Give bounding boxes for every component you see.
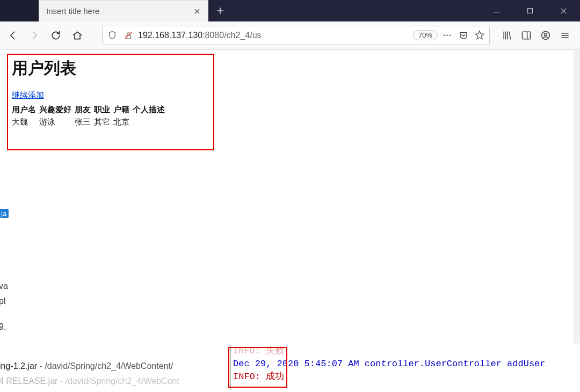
ide-jar-name: 4 RELEASE.jar (0, 376, 57, 386)
console-line: INFO: 成功 (233, 371, 579, 383)
ide-bottom-left-fragment: ing-1.2.jar - /david/Spring/ch2_4/WebCon… (0, 359, 230, 389)
bookmark-star-icon[interactable] (473, 29, 486, 42)
url-host: 192.168.137.130 (138, 31, 202, 40)
cell-friend: 张三 (75, 116, 94, 128)
back-button[interactable] (3, 26, 23, 45)
ide-console: INFO: 失败 Dec 29, 2020 5:45:07 AM control… (230, 345, 579, 390)
menu-icon[interactable] (555, 26, 575, 45)
url-path: :8080/ch2_4/us (202, 31, 261, 40)
close-tab-icon[interactable]: × (194, 6, 200, 17)
col-username: 用户名 (12, 104, 39, 116)
console-line: Dec 29, 2020 5:45:07 AM controller.UserC… (233, 358, 579, 371)
browser-tab-bar: Insert title here × + (0, 0, 580, 21)
cell-job: 其它 (94, 116, 113, 128)
minimize-button[interactable] (480, 0, 513, 21)
account-icon[interactable] (536, 26, 555, 45)
insecure-lock-icon[interactable] (122, 29, 135, 42)
ide-jar-path: - /david/Spring/ch2_4/WebCont (57, 376, 179, 386)
ide-left-line: va (0, 281, 15, 291)
forward-button[interactable] (25, 26, 44, 45)
tab-title: Insert title here (46, 6, 99, 16)
continue-add-link[interactable]: 继续添加 (12, 90, 44, 100)
home-button[interactable] (68, 26, 87, 45)
url-bar[interactable]: 192.168.137.130:8080/ch2_4/us 70% ··· (102, 26, 490, 45)
zoom-level-badge[interactable]: 70% (413, 30, 438, 40)
ide-badge: ja (0, 209, 9, 218)
tab-bar-spacer (0, 0, 39, 21)
ide-left-line: 9. (0, 322, 15, 332)
maximize-button[interactable] (513, 0, 547, 21)
col-description: 个人描述 (133, 104, 168, 116)
library-icon[interactable] (497, 26, 517, 45)
cell-hobby: 游泳 (39, 116, 75, 128)
table-row: 大魏 游泳 张三 其它 北京 (12, 116, 168, 128)
svg-rect-6 (523, 32, 531, 39)
page-title: 用户列表 (12, 57, 567, 79)
cell-description (133, 116, 168, 128)
toolbar-right-icons (497, 26, 575, 45)
ide-jar-path: - /david/Spring/ch2_4/WebContent/ (37, 361, 173, 371)
shield-icon[interactable] (106, 29, 119, 42)
page-actions-icon[interactable]: ··· (441, 29, 454, 42)
ide-jar-name: ing-1.2.jar (0, 361, 37, 371)
cell-residence: 北京 (113, 116, 133, 128)
close-window-button[interactable] (547, 0, 580, 21)
ide-left-line: pl (0, 296, 15, 306)
console-line: INFO: 失败 (233, 345, 579, 358)
page-content: 用户列表 继续添加 用户名 兴趣爱好 朋友 职业 户籍 个人描述 大魏 游泳 张… (5, 50, 574, 136)
svg-point-9 (545, 33, 547, 35)
url-text[interactable]: 192.168.137.130:8080/ch2_4/us (138, 31, 410, 40)
new-tab-button[interactable]: + (208, 0, 232, 21)
page-viewport: 用户列表 继续添加 用户名 兴趣爱好 朋友 职业 户籍 个人描述 大魏 游泳 张… (5, 49, 574, 344)
user-table: 用户名 兴趣爱好 朋友 职业 户籍 个人描述 大魏 游泳 张三 其它 北京 (12, 104, 168, 128)
sidebar-icon[interactable] (517, 26, 536, 45)
cell-username: 大魏 (12, 116, 39, 128)
pocket-icon[interactable] (457, 29, 470, 42)
col-residence: 户籍 (113, 104, 133, 116)
viewport-scrollbar[interactable] (572, 49, 580, 344)
col-job: 职业 (94, 104, 113, 116)
browser-toolbar: 192.168.137.130:8080/ch2_4/us 70% ··· (0, 21, 580, 49)
window-controls (480, 0, 580, 21)
table-header-row: 用户名 兴趣爱好 朋友 职业 户籍 个人描述 (12, 104, 168, 116)
reload-button[interactable] (46, 26, 66, 45)
col-hobby: 兴趣爱好 (39, 104, 75, 116)
ide-left-fragment: ja va pl 9. (0, 208, 15, 332)
browser-tab[interactable]: Insert title here × (39, 0, 208, 21)
col-friend: 朋友 (75, 104, 94, 116)
svg-rect-1 (528, 9, 533, 13)
